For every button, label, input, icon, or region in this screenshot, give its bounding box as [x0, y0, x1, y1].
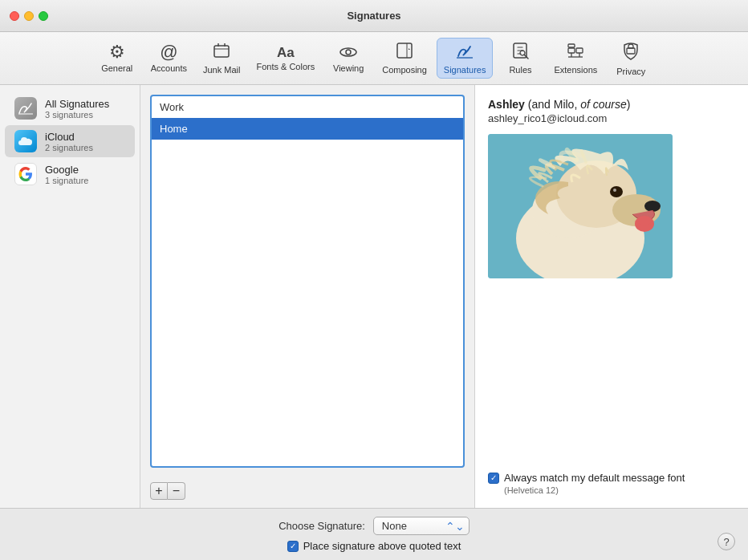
choose-signature-select[interactable]: None Work Home Random [373, 517, 470, 535]
accounts-label: Accounts [151, 63, 187, 73]
toolbar-item-privacy[interactable]: Privacy [607, 37, 655, 79]
center-pane: Work Home + − [140, 85, 475, 508]
accounts-icon: @ [160, 43, 177, 61]
sig-name-bold: Ashley [488, 98, 525, 111]
sig-preview-name: Ashley (and Milo, of course) [488, 98, 735, 111]
svg-rect-0 [214, 46, 229, 57]
general-label: General [101, 63, 132, 73]
toolbar-item-rules[interactable]: Rules [496, 39, 544, 78]
bottom-bar-wrapper: Choose Signature: None Work Home Random … [0, 508, 748, 560]
place-signature-row: ✓ Place signature above quoted text [287, 540, 461, 552]
svg-point-25 [644, 201, 661, 212]
fonts-colors-icon: Aa [277, 46, 295, 59]
signatures-list: Work Home [150, 95, 465, 468]
toolbar-item-extensions[interactable]: Extensions [547, 39, 604, 78]
match-font-row: ✓ Always match my default message font [488, 472, 685, 484]
all-signatures-count: 3 signatures [45, 110, 109, 120]
match-font-checkbox[interactable]: ✓ [488, 473, 499, 484]
svg-point-5 [346, 50, 351, 55]
sig-preview-image [488, 134, 673, 278]
match-font-area: ✓ Always match my default message font (… [488, 464, 735, 495]
extensions-icon [566, 42, 585, 63]
all-signatures-name: All Signatures [45, 98, 109, 110]
junk-mail-label: Junk Mail [203, 65, 240, 75]
privacy-label: Privacy [616, 67, 645, 76]
signatures-icon [454, 42, 475, 63]
sig-name-italic: of course [580, 98, 627, 111]
signature-item-home[interactable]: Home [152, 118, 463, 140]
place-sig-label: Place signature above quoted text [303, 540, 461, 552]
add-signature-button[interactable]: + [150, 482, 168, 500]
svg-rect-13 [568, 44, 575, 47]
privacy-icon [622, 40, 640, 64]
icloud-icon [14, 130, 37, 152]
sidebar: All Signatures 3 signatures iCloud 2 sig… [0, 85, 140, 508]
font-hint: (Helvetica 12) [504, 485, 559, 495]
main-content: All Signatures 3 signatures iCloud 2 sig… [0, 85, 748, 508]
signatures-label: Signatures [444, 65, 486, 75]
viewing-icon [339, 43, 358, 61]
svg-rect-6 [397, 43, 412, 58]
general-icon: ⚙ [109, 43, 125, 61]
choose-signature-label: Choose Signature: [278, 520, 365, 532]
sidebar-item-all-signatures[interactable]: All Signatures 3 signatures [5, 92, 135, 124]
sidebar-item-google[interactable]: Google 1 signature [5, 158, 135, 190]
all-signatures-icon [14, 97, 37, 120]
minimize-button[interactable] [24, 11, 34, 21]
signature-item-work[interactable]: Work [152, 96, 463, 118]
signatures-list-container: Work Home [140, 85, 474, 477]
google-name: Google [45, 164, 88, 176]
toolbar-item-viewing[interactable]: Viewing [324, 40, 372, 76]
toolbar-item-fonts-colors[interactable]: Aa Fonts & Colors [250, 43, 321, 75]
svg-point-28 [613, 189, 616, 192]
all-signatures-text: All Signatures 3 signatures [45, 98, 109, 120]
svg-point-27 [610, 186, 623, 197]
right-pane: Ashley (and Milo, of course) ashley_rico… [475, 85, 748, 508]
icloud-name: iCloud [45, 131, 93, 143]
choose-signature-select-wrapper: None Work Home Random ⌃⌄ [373, 517, 470, 535]
toolbar-item-composing[interactable]: Composing [376, 39, 433, 78]
rules-label: Rules [509, 65, 531, 75]
icloud-text: iCloud 2 signatures [45, 131, 93, 152]
extensions-label: Extensions [554, 65, 597, 75]
choose-signature-row: Choose Signature: None Work Home Random … [278, 517, 470, 535]
svg-point-10 [520, 51, 525, 55]
svg-rect-12 [576, 48, 583, 53]
place-sig-checkbox[interactable]: ✓ [287, 541, 299, 552]
viewing-label: Viewing [333, 63, 364, 73]
maximize-button[interactable] [39, 11, 48, 21]
toolbar-item-accounts[interactable]: @ Accounts [144, 40, 193, 76]
sidebar-item-icloud[interactable]: iCloud 2 signatures [5, 125, 135, 157]
remove-signature-button[interactable]: − [168, 482, 185, 500]
composing-icon [396, 42, 413, 63]
traffic-lights [10, 11, 48, 21]
google-text: Google 1 signature [45, 164, 88, 185]
google-count: 1 signature [45, 176, 88, 185]
svg-rect-17 [627, 48, 635, 54]
window-title: Signatures [347, 10, 400, 22]
close-button[interactable] [10, 11, 19, 21]
junk-mail-icon [213, 42, 230, 63]
bottom-bar: Choose Signature: None Work Home Random … [0, 509, 748, 560]
fonts-colors-label: Fonts & Colors [256, 62, 315, 71]
titlebar: Signatures [0, 0, 748, 32]
icloud-count: 2 signatures [45, 143, 93, 152]
google-icon [14, 163, 37, 185]
list-toolbar: + − [140, 477, 474, 508]
help-button[interactable]: ? [718, 533, 735, 550]
toolbar-item-general[interactable]: ⚙ General [93, 40, 141, 76]
sig-preview-email: ashley_rico1@icloud.com [488, 112, 735, 124]
composing-label: Composing [382, 65, 427, 75]
rules-icon [511, 42, 529, 63]
toolbar-item-signatures[interactable]: Signatures [437, 38, 494, 79]
svg-rect-11 [568, 48, 575, 53]
toolbar-item-junk-mail[interactable]: Junk Mail [197, 39, 246, 78]
match-font-label: Always match my default message font [504, 472, 685, 484]
toolbar: ⚙ General @ Accounts Junk Mail Aa Fonts … [0, 32, 748, 85]
